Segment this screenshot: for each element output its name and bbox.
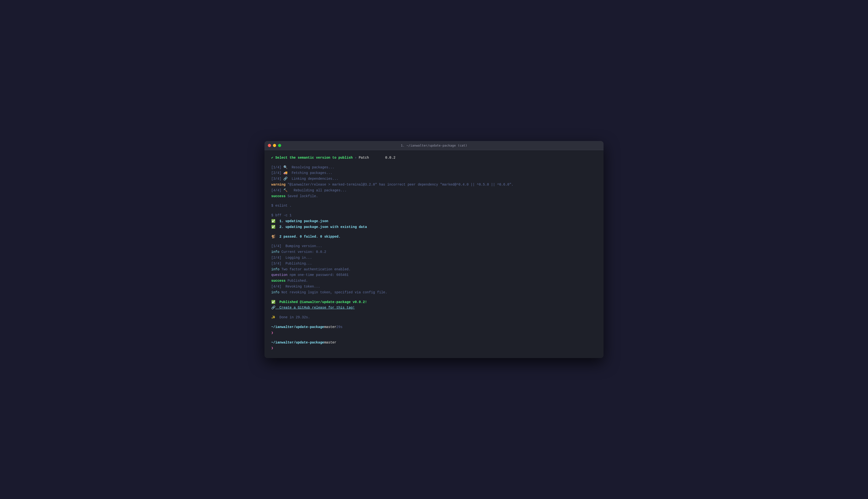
- task2-text: 2. updating package.json with existing d…: [275, 224, 367, 230]
- warning-text: "@ianwalter/release > marked-terminal@3.…: [286, 182, 513, 188]
- traffic-lights: [268, 144, 281, 147]
- published-line: ✅ Published @ianwalter/update-package v0…: [271, 300, 597, 305]
- link-line: 🔗 Create a GitHub release for this tag!: [271, 305, 597, 311]
- prompt2-line: ~/ianwalter/update-package master: [271, 340, 597, 346]
- bump2-text: [2/4] Logging in...: [271, 255, 312, 261]
- published-check: ✅: [271, 300, 275, 305]
- prompt1-path: ~/ianwalter/update-package: [271, 324, 324, 330]
- step4-text: [4/4] 🔨 Rebuilding all packages...: [271, 188, 347, 194]
- github-link[interactable]: Create a GitHub release for this tag!: [275, 305, 355, 311]
- version-select-line: ✔ Select the semantic version to publish…: [271, 155, 597, 161]
- bump4-line: [4/4] Revoking token...: [271, 284, 597, 290]
- link-emoji: 🔗: [271, 305, 275, 311]
- success2-label: success: [271, 278, 286, 284]
- info3-line: info Not revoking login token, specified…: [271, 290, 597, 295]
- eslint-cmd-line: $ eslint .: [271, 203, 597, 209]
- prompt1-time: 29s: [336, 324, 343, 330]
- bff-cmd: $ bff -c 1: [271, 213, 292, 219]
- question-label: question: [271, 272, 287, 278]
- step2-line: [2/4] 🚚 Fetching packages...: [271, 170, 597, 176]
- check-icon: ✔: [271, 155, 273, 161]
- bump2-line: [2/4] Logging in...: [271, 255, 597, 261]
- question-text: npm one-time password: 665461: [287, 272, 348, 278]
- info1-line: info Current version: 0.0.2: [271, 249, 597, 255]
- minimize-button[interactable]: [273, 144, 276, 147]
- task1-line: ✅ 1. updating package.json: [271, 219, 597, 224]
- step1-line: [1/4] 🔍 Resolving packages...: [271, 165, 597, 171]
- terminal-body[interactable]: ✔ Select the semantic version to publish…: [264, 150, 604, 358]
- info1-label: info: [271, 249, 280, 255]
- prompt1-line: ~/ianwalter/update-package master 29s: [271, 324, 597, 330]
- result-line: 🐒 2 passed. 0 failed. 0 skipped.: [271, 234, 597, 240]
- warning-label: warning: [271, 182, 286, 188]
- prompt2-path: ~/ianwalter/update-package: [271, 340, 324, 346]
- step3-line: [3/4] 🔗 Linking dependencies...: [271, 176, 597, 182]
- prompt2-arrow: ❯: [271, 345, 273, 351]
- eslint-cmd: $ eslint .: [271, 203, 292, 209]
- prompt2-branch: master: [324, 340, 336, 346]
- done-text: Done in 29.32s.: [275, 315, 310, 320]
- info3-text: Not revoking login token, specified via …: [280, 290, 387, 295]
- result-emoji: 🐒: [271, 234, 275, 240]
- success2-text: Published.: [286, 278, 308, 284]
- window-title: 1. ~/ianwalter/update-package (cat): [401, 144, 467, 147]
- arrow-icon: ›: [352, 155, 359, 161]
- prompt2-arrow-line: ❯: [271, 345, 597, 351]
- success1-label: success: [271, 194, 286, 199]
- task2-line: ✅ 2. updating package.json with existing…: [271, 224, 597, 230]
- task1-text: 1. updating package.json: [275, 219, 328, 224]
- version-number: 0.0.2: [385, 155, 396, 161]
- result-text: 2 passed. 0 failed. 0 skipped.: [275, 234, 340, 240]
- task1-check: ✅: [271, 219, 275, 224]
- bump4-text: [4/4] Revoking token...: [271, 284, 320, 290]
- success2-line: success Published.: [271, 278, 597, 284]
- step1-text: [1/4] 🔍 Resolving packages...: [271, 165, 334, 171]
- patch-label: Patch: [359, 155, 369, 161]
- bump3-line: [3/4] Publishing...: [271, 261, 597, 267]
- bump1-line: [1/4] Bumping version...: [271, 243, 597, 249]
- success1-text: Saved lockfile.: [286, 194, 318, 199]
- info2-line: info Two factor authentication enabled.: [271, 267, 597, 272]
- task2-check: ✅: [271, 224, 275, 230]
- bump1-text: [1/4] Bumping version...: [271, 243, 322, 249]
- question-line: question npm one-time password: 665461: [271, 272, 597, 278]
- terminal-window: 1. ~/ianwalter/update-package (cat) ✔ Se…: [264, 141, 604, 358]
- info2-label: info: [271, 267, 280, 272]
- published-text: Published @ianwalter/update-package v0.0…: [275, 300, 367, 305]
- bff-cmd-line: $ bff -c 1: [271, 213, 597, 219]
- step2-text: [2/4] 🚚 Fetching packages...: [271, 170, 332, 176]
- select-label: Select the semantic version to publish: [273, 155, 352, 161]
- prompt1-branch: master: [324, 324, 336, 330]
- titlebar: 1. ~/ianwalter/update-package (cat): [264, 141, 604, 150]
- warning-line: warning "@ianwalter/release > marked-ter…: [271, 182, 597, 188]
- info1-text: Current version: 0.0.2: [280, 249, 326, 255]
- success1-line: success Saved lockfile.: [271, 194, 597, 199]
- step3-text: [3/4] 🔗 Linking dependencies...: [271, 176, 338, 182]
- version-value: [369, 155, 385, 161]
- info3-label: info: [271, 290, 280, 295]
- prompt1-arrow: ❯: [271, 330, 273, 336]
- maximize-button[interactable]: [278, 144, 281, 147]
- sparkles-icon: ✨: [271, 315, 275, 320]
- prompt1-arrow-line: ❯: [271, 330, 597, 336]
- done-line: ✨ Done in 29.32s.: [271, 315, 597, 320]
- bump3-text: [3/4] Publishing...: [271, 261, 312, 267]
- step4-line: [4/4] 🔨 Rebuilding all packages...: [271, 188, 597, 194]
- info2-text: Two factor authentication enabled.: [280, 267, 351, 272]
- close-button[interactable]: [268, 144, 271, 147]
